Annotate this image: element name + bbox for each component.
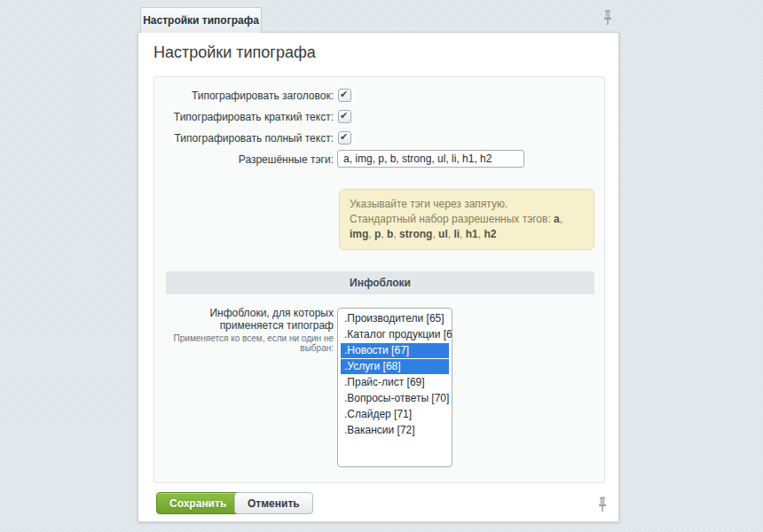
note-box: Указывайте тэги через запятую. Стандартн… — [339, 189, 594, 250]
checkbox-typografy-title[interactable] — [338, 89, 351, 102]
checkbox-label-detail: Типографировать полный текст: — [174, 132, 334, 145]
note-tag: li — [453, 228, 460, 240]
note-tag: p — [374, 228, 381, 240]
iblocks-hint: Применяется ко всем, если ни один не выб… — [147, 333, 334, 353]
save-button[interactable]: Сохранить — [156, 492, 240, 514]
checkbox-label-title: Типографировать заголовок: — [192, 90, 334, 103]
iblock-option[interactable]: .Каталог продукции [66] — [341, 327, 449, 342]
settings-panel: Настройки типографа Типографировать заго… — [138, 32, 619, 522]
note-tag: strong — [399, 228, 432, 240]
iblock-option[interactable]: .Слайдер [71] — [341, 407, 449, 422]
checkbox-label-preview: Типографировать краткий текст: — [174, 111, 334, 124]
pin-icon-glyph — [596, 497, 609, 512]
section-header-infoblocks: Инфоблоки — [166, 271, 594, 294]
pin-icon[interactable] — [602, 10, 614, 26]
note-line2: Стандартный набор разрешенных тэгов: a, … — [350, 212, 584, 242]
note-tag: b — [387, 228, 393, 240]
pin-icon-glyph — [602, 10, 614, 26]
allowed-tags-label: Разрешённые тэги: — [239, 153, 334, 167]
note-line1: Указывайте тэги через запятую. — [350, 197, 584, 212]
iblock-option[interactable]: .Производители [65] — [341, 311, 449, 326]
allowed-tags-input[interactable] — [337, 150, 524, 168]
iblock-option[interactable]: .Прайс-лист [69] — [341, 375, 449, 390]
tab-label: Настройки типографа — [143, 14, 259, 27]
iblock-option[interactable]: .Вопросы-ответы [70] — [341, 391, 449, 406]
note-tag: h2 — [484, 228, 496, 240]
checkbox-typografy-preview[interactable] — [338, 110, 351, 123]
page-title: Настройки типографа — [153, 43, 316, 62]
tab-typographer-settings[interactable]: Настройки типографа — [140, 7, 262, 33]
note-tag: a — [554, 213, 560, 225]
cancel-button[interactable]: Отменить — [234, 492, 313, 514]
note-tag: img — [350, 228, 368, 240]
pin-icon[interactable] — [596, 497, 609, 512]
settings-form: Типографировать заголовок: Типографирова… — [153, 76, 605, 483]
iblock-option[interactable]: .Услуги [68] — [341, 359, 449, 374]
note-tag: h1 — [466, 228, 478, 240]
iblock-option[interactable]: .Вакансии [72] — [341, 423, 449, 438]
iblocks-label: Инфоблоки, для которых применяется типог… — [161, 307, 334, 332]
iblocks-listbox[interactable]: .Производители [65].Каталог продукции [6… — [337, 308, 452, 467]
iblock-option[interactable]: .Новости [67] — [341, 343, 449, 358]
note-tag: ul — [438, 228, 448, 240]
checkbox-typografy-detail[interactable] — [338, 131, 351, 145]
